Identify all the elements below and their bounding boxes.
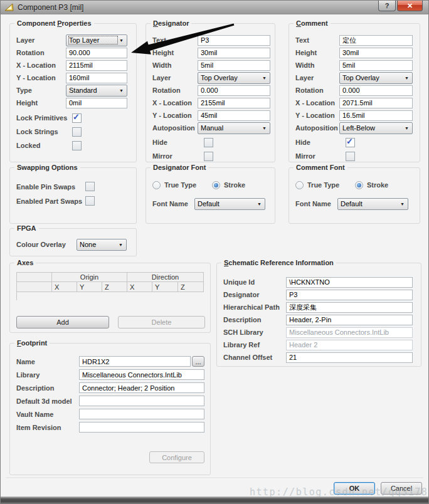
item-revision-input[interactable] <box>79 422 204 433</box>
group-footprint: Footprint Name HDR1X2 ... Library Miscel… <box>9 343 211 475</box>
designator-input[interactable]: P3 <box>286 290 413 300</box>
designator-layer-dropdown[interactable]: Top Overlay▼ <box>198 72 270 84</box>
comment-hide-checkbox[interactable] <box>346 138 355 147</box>
dropdown-value: None <box>80 241 117 248</box>
comment-text-input[interactable]: 定位 <box>339 35 413 46</box>
row-type: Type Standard▼ <box>16 84 127 97</box>
configure-button: Configure <box>149 451 204 463</box>
autoposition-label: Autoposition <box>152 124 198 132</box>
locked-checkbox[interactable] <box>72 141 82 150</box>
row-height: Height 0mil <box>16 97 127 109</box>
layer-label: Layer <box>152 74 198 81</box>
close-button[interactable]: ✕ <box>397 1 423 11</box>
channel-offset-input[interactable]: 21 <box>286 352 413 363</box>
chevron-down-icon: ▼ <box>117 243 125 247</box>
comment-x-location-input[interactable]: 2071.5mil <box>339 98 413 108</box>
comment-width-input[interactable]: 5mil <box>339 60 413 71</box>
axes-subcol: Z <box>102 282 127 292</box>
colour-overlay-dropdown[interactable]: None▼ <box>77 239 127 251</box>
comment-mirror-checkbox[interactable] <box>346 152 355 161</box>
row-name: Name HDR1X2 ... <box>16 355 204 368</box>
stroke-radio[interactable] <box>355 181 363 189</box>
title-bar[interactable]: Component P3 [mil] <box>1 1 428 14</box>
group-title: Axes <box>14 258 36 267</box>
row-autoposition: Autoposition Manual▼ <box>152 122 270 134</box>
dropdown-value: Top Overlay <box>342 74 403 81</box>
enable-pin-swaps-checkbox[interactable] <box>85 182 95 191</box>
stroke-radio[interactable] <box>212 181 220 189</box>
designator-autoposition-dropdown[interactable]: Manual▼ <box>198 122 270 134</box>
row-sch-library: SCH Library Miscellaneous Connectors.Int… <box>223 326 413 339</box>
true-type-radio[interactable] <box>295 181 304 189</box>
row-autoposition: Autoposition Left-Below▼ <box>295 122 413 134</box>
row-text: Text P3 <box>152 34 270 46</box>
library-ref-label: Library Ref <box>223 341 286 349</box>
footer-separator <box>6 478 423 479</box>
footprint-browse-button[interactable]: ... <box>192 356 204 367</box>
dropdown-value: Top Layer <box>69 36 117 44</box>
row-hide: Hide <box>295 135 413 149</box>
designator-label: Designator <box>223 291 286 298</box>
type-label: Type <box>16 87 66 94</box>
row-lock-primitives: Lock Primitives <box>16 111 127 125</box>
comment-height-input[interactable]: 30mil <box>339 48 413 58</box>
comment-autoposition-dropdown[interactable]: Left-Below▼ <box>339 122 413 134</box>
lock-primitives-checkbox[interactable] <box>72 113 82 123</box>
designator-x-location-input[interactable]: 2155mil <box>198 98 270 108</box>
footprint-description-input[interactable]: Connector; Header; 2 Position <box>79 382 204 393</box>
footprint-description-label: Description <box>16 384 79 392</box>
axes-direction-header: Direction <box>127 272 204 282</box>
row-width: Width 5mil <box>295 59 413 71</box>
vault-name-label: Vault Name <box>16 411 79 418</box>
dropdown-value: Default <box>341 200 398 207</box>
true-type-radio[interactable] <box>152 181 161 189</box>
row-library-ref: Library Ref Header 2 <box>223 339 413 351</box>
designator-hide-checkbox[interactable] <box>204 138 213 147</box>
unique-id-input[interactable]: \HCKNXTNO <box>286 277 413 288</box>
stroke-label: Stroke <box>367 181 388 189</box>
row-enabled-part-swaps: Enabled Part Swaps <box>16 194 130 208</box>
comment-font-name-dropdown[interactable]: Default▼ <box>337 198 408 210</box>
rotation-label: Rotation <box>295 87 339 94</box>
footprint-library-input[interactable]: Miscellaneous Connectors.IntLib <box>79 369 204 380</box>
designator-font-name-dropdown[interactable]: Default▼ <box>194 198 265 210</box>
y-location-input[interactable]: 160mil <box>66 73 127 83</box>
vault-name-input[interactable] <box>79 409 204 419</box>
text-label: Text <box>152 36 198 44</box>
cancel-button[interactable]: Cancel <box>381 482 422 495</box>
rotation-input[interactable]: 90.000 <box>66 48 127 58</box>
group-schematic-reference: Schematic Reference Information Unique I… <box>216 263 421 367</box>
row-vault-name: Vault Name <box>16 407 204 421</box>
lock-strings-checkbox[interactable] <box>72 127 82 137</box>
row-x-location: X - Location 2071.5mil <box>295 97 413 109</box>
designator-width-input[interactable]: 5mil <box>198 60 270 71</box>
description-input[interactable]: Header, 2-Pin <box>286 315 413 325</box>
type-dropdown[interactable]: Standard▼ <box>66 85 127 97</box>
ok-button[interactable]: OK <box>334 482 375 495</box>
height-input[interactable]: 0mil <box>66 98 127 108</box>
help-button[interactable]: ? <box>378 1 396 11</box>
x-location-label: X - Location <box>152 99 198 107</box>
axes-add-button[interactable]: Add <box>16 316 109 328</box>
layer-dropdown[interactable]: Top Layer▼ <box>66 34 127 46</box>
designator-rotation-input[interactable]: 0.000 <box>198 85 270 96</box>
font-name-label: Font Name <box>295 200 337 207</box>
hierarchical-path-input[interactable]: 深度采集 <box>286 302 413 313</box>
row-y-location: Y - Location 16.5mil <box>295 109 413 122</box>
comment-y-location-input[interactable]: 16.5mil <box>339 110 413 121</box>
footprint-name-input[interactable]: HDR1X2 <box>79 356 191 367</box>
layer-label: Layer <box>16 36 66 44</box>
enabled-part-swaps-checkbox[interactable] <box>85 196 95 206</box>
designator-height-input[interactable]: 30mil <box>198 48 270 58</box>
lock-primitives-label: Lock Primitives <box>16 114 72 122</box>
row-locked: Locked <box>16 139 127 152</box>
designator-text-input[interactable]: P3 <box>198 35 270 46</box>
comment-layer-dropdown[interactable]: Top Overlay▼ <box>339 72 413 84</box>
designator-mirror-checkbox[interactable] <box>204 152 213 161</box>
designator-y-location-input[interactable]: 45mil <box>198 110 270 121</box>
group-designator-font: Designator Font True Type Stroke Font Na… <box>146 167 275 224</box>
default-3d-model-input[interactable] <box>79 396 204 406</box>
comment-rotation-input[interactable]: 0.000 <box>339 85 413 96</box>
row-font-name: Font Name Default▼ <box>152 197 268 211</box>
x-location-input[interactable]: 2115mil <box>66 60 127 71</box>
